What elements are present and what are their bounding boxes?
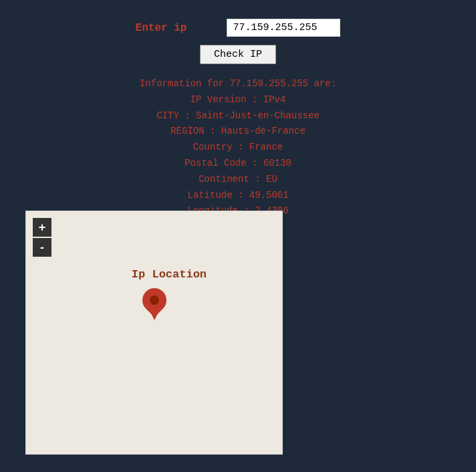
info-latitude: Latitude : 49.5061 xyxy=(187,188,288,204)
info-region: REGION : Hauts-de-France xyxy=(170,124,306,140)
info-postal: Postal Code : 60130 xyxy=(185,156,291,172)
zoom-out-button[interactable]: - xyxy=(33,238,51,257)
map-zoom-controls: + - xyxy=(33,218,51,257)
pin-head xyxy=(137,283,171,318)
info-title: Information for 77.159.255.255 are: xyxy=(140,76,336,92)
map-pin xyxy=(142,288,166,320)
zoom-in-button[interactable]: + xyxy=(33,218,51,237)
map-label: Ip Location xyxy=(132,268,207,281)
info-country: Country : France xyxy=(193,140,283,156)
info-continent: Continent : EU xyxy=(199,172,277,188)
map-container: + - Ip Location xyxy=(25,211,283,455)
info-city: CITY : Saint-Just-en-Chaussee xyxy=(156,108,320,124)
enter-ip-label: Enter ip xyxy=(136,22,187,34)
check-ip-button[interactable]: Check IP xyxy=(200,45,276,64)
info-ip-version: IP Version : IPv4 xyxy=(191,92,286,108)
ip-input[interactable] xyxy=(227,19,340,37)
map-background xyxy=(26,211,282,454)
